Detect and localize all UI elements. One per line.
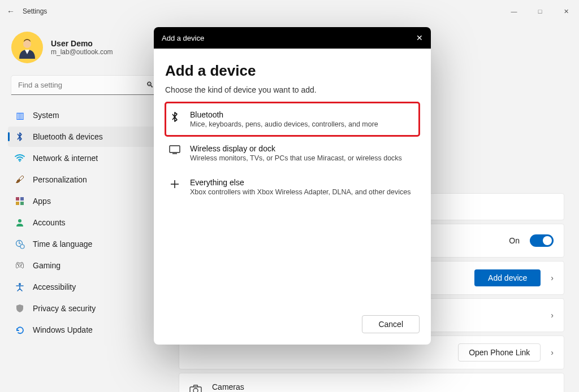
- dialog-subtitle: Choose the kind of device you want to ad…: [165, 85, 420, 94]
- device-option-everything-else[interactable]: Everything else Xbox controllers with Xb…: [165, 170, 420, 204]
- device-option-desc: Wireless monitors, TVs, or PCs that use …: [190, 154, 402, 162]
- plus-icon: [168, 179, 181, 189]
- device-option-wireless-display[interactable]: Wireless display or dock Wireless monito…: [165, 136, 420, 170]
- bluetooth-icon: [168, 111, 181, 123]
- device-option-bluetooth[interactable]: Bluetooth Mice, keyboards, pens, audio d…: [165, 102, 420, 136]
- modal-overlay: Add a device ✕ Add a device Choose the k…: [0, 0, 579, 392]
- device-option-title: Everything else: [190, 178, 411, 187]
- close-icon[interactable]: ✕: [416, 33, 423, 42]
- dialog-header: Add a device ✕: [154, 27, 431, 49]
- device-option-title: Bluetooth: [190, 110, 378, 119]
- dialog-title: Add a device: [165, 62, 420, 80]
- add-device-dialog: Add a device ✕ Add a device Choose the k…: [154, 27, 431, 345]
- device-option-desc: Xbox controllers with Xbox Wireless Adap…: [190, 188, 411, 196]
- cancel-button[interactable]: Cancel: [362, 315, 420, 333]
- display-icon: [168, 145, 181, 154]
- device-option-desc: Mice, keyboards, pens, audio devices, co…: [190, 120, 378, 128]
- dialog-header-title: Add a device: [162, 34, 204, 42]
- device-option-title: Wireless display or dock: [190, 144, 402, 153]
- svg-rect-12: [170, 146, 180, 153]
